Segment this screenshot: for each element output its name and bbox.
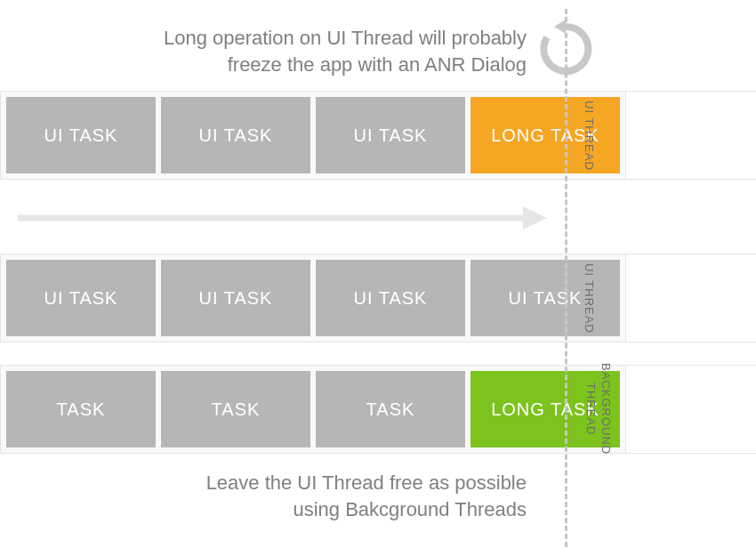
task-block: UI TASK xyxy=(316,97,465,173)
task-block: UI TASK xyxy=(6,97,156,173)
thread-row-1: UI TASK UI TASK UI TASK LONG TASK xyxy=(0,91,626,180)
top-caption-line2: freeze the app with an ANR Dialog xyxy=(164,52,527,78)
task-block: TASK xyxy=(161,371,310,447)
timeline-arrow-icon xyxy=(18,205,547,231)
top-caption: Long operation on UI Thread will probabl… xyxy=(164,25,527,77)
top-caption-line1: Long operation on UI Thread will probabl… xyxy=(164,25,527,52)
task-block: UI TASK xyxy=(470,260,620,336)
thread-label-3: BACKGROUND THREAD xyxy=(583,365,613,454)
task-block: UI TASK xyxy=(6,260,156,336)
task-block: UI TASK xyxy=(316,260,465,336)
bottom-caption-line2: using Bakcground Threads xyxy=(206,496,527,523)
thread-row-3: TASK TASK TASK LONG TASK xyxy=(0,365,626,454)
thread-label-1: UI THREAD xyxy=(583,91,596,180)
bottom-caption-line1: Leave the UI Thread free as possible xyxy=(206,470,527,496)
thread-row-2: UI TASK UI TASK UI TASK UI TASK xyxy=(0,254,626,342)
bottom-caption: Leave the UI Thread free as possible usi… xyxy=(206,470,527,522)
divider-dashed xyxy=(565,9,567,547)
thread-label-2: UI THREAD xyxy=(583,254,596,342)
task-block: TASK xyxy=(6,371,156,447)
long-task-block: LONG TASK xyxy=(470,97,620,173)
task-block: TASK xyxy=(316,371,465,447)
task-block: UI TASK xyxy=(161,97,310,173)
task-block: UI TASK xyxy=(161,260,310,336)
